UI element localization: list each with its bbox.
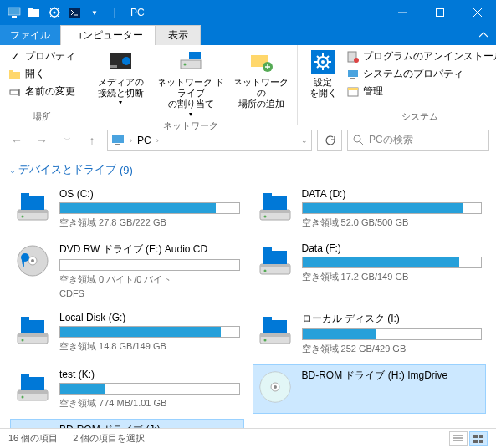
drive-item[interactable]: BDBD-ROM ドライブ (J:) (10, 419, 244, 428)
manage-icon (346, 85, 360, 99)
properties-label: プロパティ (25, 49, 75, 64)
manage-button[interactable]: 管理 (345, 84, 496, 99)
search-box[interactable]: PCの検索 (347, 130, 489, 151)
drive-icon (257, 312, 294, 349)
section-title: デバイスとドライブ (18, 162, 116, 177)
svg-point-63 (263, 339, 266, 342)
tab-computer[interactable]: コンピューター (60, 25, 156, 45)
add-network-location-button[interactable]: ネットワークの 場所の追加 (232, 48, 290, 118)
ribbon-collapse-icon[interactable] (471, 25, 496, 45)
drive-item[interactable]: OS (C:)空き領域 27.8 GB/222 GB (10, 184, 244, 233)
close-button[interactable] (458, 0, 496, 25)
back-button[interactable]: ← (7, 130, 27, 150)
details-view-button[interactable] (449, 431, 468, 446)
svg-point-43 (263, 216, 266, 218)
sys-props-label: システムのプロパティ (363, 67, 463, 81)
settings-label: 設定 を開く (309, 77, 337, 99)
usage-bar (302, 257, 483, 268)
breadcrumb-chevron-icon[interactable]: › (130, 136, 132, 145)
content-pane: ⌵ デバイスとドライブ (9) OS (C:)空き領域 27.8 GB/222 … (0, 155, 496, 428)
svg-rect-45 (263, 193, 272, 197)
address-dropdown-icon[interactable]: ⌄ (301, 136, 308, 145)
svg-rect-69 (21, 377, 44, 390)
drive-item[interactable]: BD-ROM ドライブ (H:) ImgDrive (253, 364, 487, 414)
rename-button[interactable]: 名前の変更 (7, 84, 77, 99)
maximize-button[interactable] (421, 0, 458, 25)
drive-item[interactable]: Data (F:)空き領域 17.2 GB/149 GB (253, 238, 487, 303)
svg-point-58 (22, 339, 24, 342)
breadcrumb-chevron-icon[interactable]: › (156, 136, 159, 145)
drive-item[interactable]: ローカル ディスク (I:)空き領域 252 GB/429 GB (253, 308, 487, 359)
ribbon-group-network: メディアの 接続と切断 ▾ ネットワーク ドライブ の割り当て ▾ ネットワーク… (84, 45, 298, 125)
section-header[interactable]: ⌵ デバイスとドライブ (9) (10, 162, 486, 177)
search-icon (353, 135, 364, 145)
tab-view[interactable]: 表示 (156, 25, 201, 45)
uninstall-programs-button[interactable]: プログラムのアンインストールと変更 (345, 48, 496, 64)
open-settings-button[interactable]: 設定 を開く (304, 48, 341, 109)
drive-item[interactable]: test (K:)空き領域 774 MB/1.01 GB (10, 364, 244, 414)
svg-rect-6 (69, 8, 80, 18)
drive-free-space: 空き領域 27.8 GB/222 GB (59, 216, 240, 229)
tab-file[interactable]: ファイル (0, 25, 60, 45)
tiles-view-button[interactable] (469, 431, 488, 446)
svg-rect-13 (10, 90, 18, 94)
drive-item[interactable]: DATA (D:)空き領域 52.0 GB/500 GB (253, 184, 487, 233)
svg-rect-52 (260, 264, 290, 267)
drive-icon (14, 242, 51, 279)
svg-point-53 (263, 270, 266, 272)
navigation-bar: ← → ﹀ ↑ › PC › ⌄ PCの検索 (0, 125, 496, 155)
svg-rect-86 (479, 440, 483, 443)
up-button[interactable]: ↑ (82, 130, 102, 150)
chevron-down-icon: ⌵ (10, 165, 15, 175)
drive-name: BD-ROM ドライブ (J:) (59, 423, 240, 428)
drives-grid: OS (C:)空き領域 27.8 GB/222 GBDATA (D:)空き領域 … (10, 184, 486, 428)
window-title: PC (130, 7, 145, 18)
svg-rect-40 (21, 193, 29, 197)
svg-rect-29 (350, 78, 355, 79)
powershell-icon[interactable] (65, 3, 84, 22)
pc-icon (111, 134, 125, 147)
map-drive-button[interactable]: ネットワーク ドライブ の割り当て ▾ (153, 48, 228, 118)
drive-icon (14, 188, 51, 225)
manage-label: 管理 (363, 84, 383, 99)
usage-bar (59, 202, 240, 214)
drive-item[interactable]: DVD RW ドライブ (E:) Audio CD空き領域 0 バイト/0 バイ… (10, 238, 244, 303)
forward-button[interactable]: → (32, 130, 52, 150)
svg-rect-84 (479, 435, 483, 438)
status-bar: 16 個の項目 2 個の項目を選択 (0, 428, 496, 448)
drive-name: Data (F:) (302, 242, 483, 254)
properties-quick-icon[interactable] (45, 3, 64, 22)
breadcrumb[interactable]: PC (137, 135, 151, 146)
system-properties-button[interactable]: システムのプロパティ (345, 66, 496, 82)
open-button[interactable]: 開く (7, 66, 77, 82)
add-location-label: ネットワークの 場所の追加 (232, 77, 290, 110)
drive-item[interactable]: Local Disk (G:)空き領域 14.8 GB/149 GB (10, 308, 244, 359)
recent-dropdown-icon[interactable]: ﹀ (57, 130, 77, 150)
svg-point-5 (54, 12, 56, 14)
drive-name: Local Disk (G:) (59, 312, 240, 323)
drive-icon (257, 242, 294, 279)
add-location-icon (248, 48, 274, 75)
svg-rect-1 (12, 16, 17, 18)
media-connect-button[interactable]: メディアの 接続と切断 ▾ (91, 48, 150, 118)
minimize-button[interactable] (383, 0, 421, 25)
network-drive-icon (177, 48, 204, 75)
drive-free-space: 空き領域 52.0 GB/500 GB (302, 216, 483, 229)
svg-rect-11 (9, 72, 20, 79)
refresh-button[interactable] (317, 130, 342, 151)
ribbon-group-location: ✓プロパティ 開く 名前の変更 場所 (0, 45, 84, 125)
section-count: (9) (120, 164, 133, 176)
address-bar[interactable]: › PC › ⌄ (107, 130, 312, 151)
uninstall-icon (346, 50, 360, 64)
rename-label: 名前の変更 (25, 84, 75, 99)
new-folder-icon[interactable] (25, 3, 43, 22)
drive-icon (257, 188, 294, 225)
svg-rect-54 (263, 251, 287, 264)
chevron-down-icon: ▾ (189, 110, 192, 119)
ribbon-tabs: ファイル コンピューター 表示 (0, 25, 496, 45)
group-label-system: システム (304, 109, 496, 123)
drive-free-space: 空き領域 774 MB/1.01 GB (59, 397, 240, 410)
qat-dropdown-icon[interactable]: ▼ (85, 3, 104, 22)
properties-button[interactable]: ✓プロパティ (7, 48, 77, 64)
svg-point-50 (21, 253, 29, 262)
